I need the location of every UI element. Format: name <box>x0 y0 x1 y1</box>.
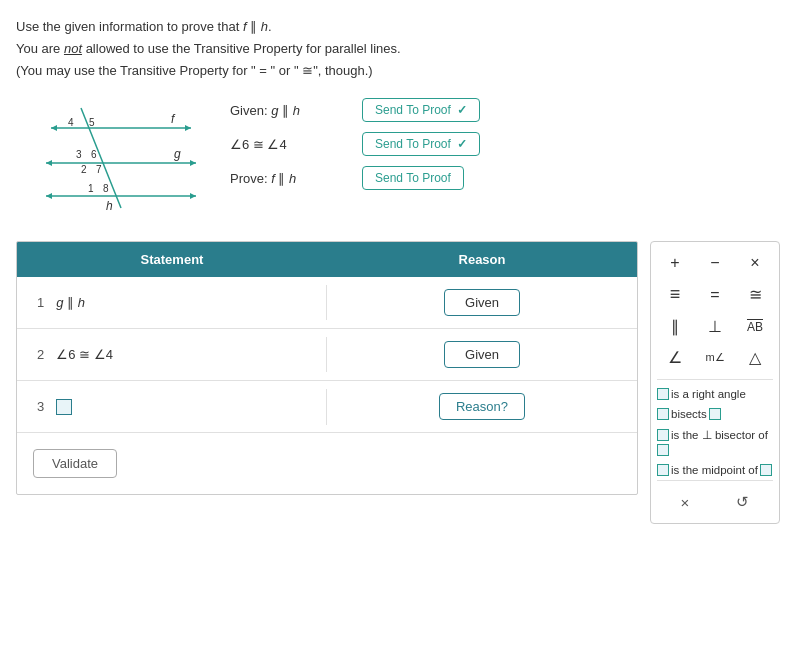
svg-marker-10 <box>46 193 52 199</box>
phrase-box-2b <box>709 408 721 420</box>
phrase-box-3b <box>657 444 669 456</box>
svg-marker-5 <box>190 160 196 166</box>
instructions-container: Use the given information to prove that … <box>16 16 780 82</box>
svg-text:3: 3 <box>76 149 82 160</box>
svg-marker-1 <box>185 125 191 131</box>
symbol-panel: + − × ≡ = ≅ ∥ ⊥ AB ∠ m∠ △ is a right ang… <box>650 241 780 524</box>
phrase-box-2a <box>657 408 669 420</box>
phrase-box-4b <box>760 464 772 476</box>
prove-row: Prove: f ∥ h Send To Proof <box>230 166 480 190</box>
panel-footer: × ↺ <box>657 480 773 515</box>
svg-text:7: 7 <box>96 164 102 175</box>
phrase-box-4a <box>657 464 669 476</box>
given-btn-1[interactable]: Given <box>444 289 520 316</box>
phrase-box-3a <box>657 429 669 441</box>
svg-text:1: 1 <box>88 183 94 194</box>
reason-btn-3[interactable]: Reason? <box>439 393 525 420</box>
prove-label: Prove: f ∥ h <box>230 171 350 186</box>
svg-marker-2 <box>51 125 57 131</box>
statement-input-3[interactable] <box>56 399 72 415</box>
svg-text:4: 4 <box>68 117 74 128</box>
proof-table-header: Statement Reason <box>17 242 637 277</box>
row-number-2: 2 <box>37 347 44 362</box>
svg-marker-9 <box>190 193 196 199</box>
validate-button[interactable]: Validate <box>33 449 117 478</box>
phrase-text-4: is the midpoint of <box>671 464 758 476</box>
sym-triangle[interactable]: △ <box>737 344 773 371</box>
send-proof-btn-2[interactable]: Send To Proof ✓ <box>362 132 480 156</box>
svg-text:8: 8 <box>103 183 109 194</box>
header-reason: Reason <box>327 242 637 277</box>
row-number-1: 1 <box>37 295 44 310</box>
row-number-3: 3 <box>37 399 44 414</box>
statement-text-2: ∠6 ≅ ∠4 <box>56 347 113 362</box>
svg-text:f: f <box>171 112 176 126</box>
svg-text:5: 5 <box>89 117 95 128</box>
statement-cell-2: 2 ∠6 ≅ ∠4 <box>17 337 327 372</box>
sym-parallel[interactable]: ∥ <box>657 313 693 340</box>
sym-measure-angle[interactable]: m∠ <box>697 344 733 371</box>
svg-marker-6 <box>46 160 52 166</box>
sym-perpendicular[interactable]: ⊥ <box>697 313 733 340</box>
checkmark-2: ✓ <box>457 137 467 151</box>
proof-row-1: 1 g ∥ h Given <box>17 277 637 329</box>
svg-text:h: h <box>106 199 113 213</box>
statement-cell-1: 1 g ∥ h <box>17 285 327 320</box>
svg-text:2: 2 <box>81 164 87 175</box>
given-row-2: ∠6 ≅ ∠4 Send To Proof ✓ <box>230 132 480 156</box>
sym-angle[interactable]: ∠ <box>657 344 693 371</box>
reason-cell-3: Reason? <box>327 383 637 430</box>
symbol-grid: + − × ≡ = ≅ ∥ ⊥ AB ∠ m∠ △ <box>657 250 773 371</box>
send-proof-btn-prove[interactable]: Send To Proof <box>362 166 464 190</box>
phrase-box-1 <box>657 388 669 400</box>
given-btn-2[interactable]: Given <box>444 341 520 368</box>
phrase-text-3: is the ⊥ bisector of <box>671 428 768 442</box>
svg-text:g: g <box>174 147 181 161</box>
phrase-midpoint[interactable]: is the midpoint of <box>657 464 773 476</box>
sym-plus[interactable]: + <box>657 250 693 276</box>
validate-row: Validate <box>17 433 637 494</box>
statement-cell-3[interactable]: 3 <box>17 389 327 425</box>
checkmark-1: ✓ <box>457 103 467 117</box>
svg-line-12 <box>81 108 121 208</box>
phrase-section: is a right angle bisects is the ⊥ bisect… <box>657 379 773 476</box>
proof-table: Statement Reason 1 g ∥ h Given 2 ∠6 ≅ ∠4… <box>16 241 638 495</box>
sym-segment[interactable]: AB <box>737 313 773 340</box>
sym-times[interactable]: × <box>737 250 773 276</box>
given-section: Given: g ∥ h Send To Proof ✓ ∠6 ≅ ∠4 Sen… <box>230 98 480 190</box>
send-proof-btn-1[interactable]: Send To Proof ✓ <box>362 98 480 122</box>
given-row-1: Given: g ∥ h Send To Proof ✓ <box>230 98 480 122</box>
header-statement: Statement <box>17 242 327 277</box>
proof-row-3: 3 Reason? <box>17 381 637 433</box>
svg-text:6: 6 <box>91 149 97 160</box>
clear-button[interactable]: × <box>673 489 698 515</box>
phrase-perp-bisector[interactable]: is the ⊥ bisector of <box>657 428 773 456</box>
proof-row-2: 2 ∠6 ≅ ∠4 Given <box>17 329 637 381</box>
phrase-bisects[interactable]: bisects <box>657 408 773 420</box>
undo-button[interactable]: ↺ <box>728 489 757 515</box>
sym-equiv[interactable]: ≡ <box>657 280 693 309</box>
sym-congruent[interactable]: ≅ <box>737 280 773 309</box>
given-label-2: ∠6 ≅ ∠4 <box>230 137 350 152</box>
phrase-text-2: bisects <box>671 408 707 420</box>
diagram-container: f g h 4 5 3 6 2 7 1 8 <box>16 98 206 221</box>
phrase-text-1: is a right angle <box>671 388 746 400</box>
statement-text-1: g ∥ h <box>56 295 85 310</box>
sym-minus[interactable]: − <box>697 250 733 276</box>
phrase-right-angle[interactable]: is a right angle <box>657 388 773 400</box>
sym-equals[interactable]: = <box>697 280 733 309</box>
reason-cell-1: Given <box>327 279 637 326</box>
reason-cell-2: Given <box>327 331 637 378</box>
given-label-1: Given: g ∥ h <box>230 103 350 118</box>
